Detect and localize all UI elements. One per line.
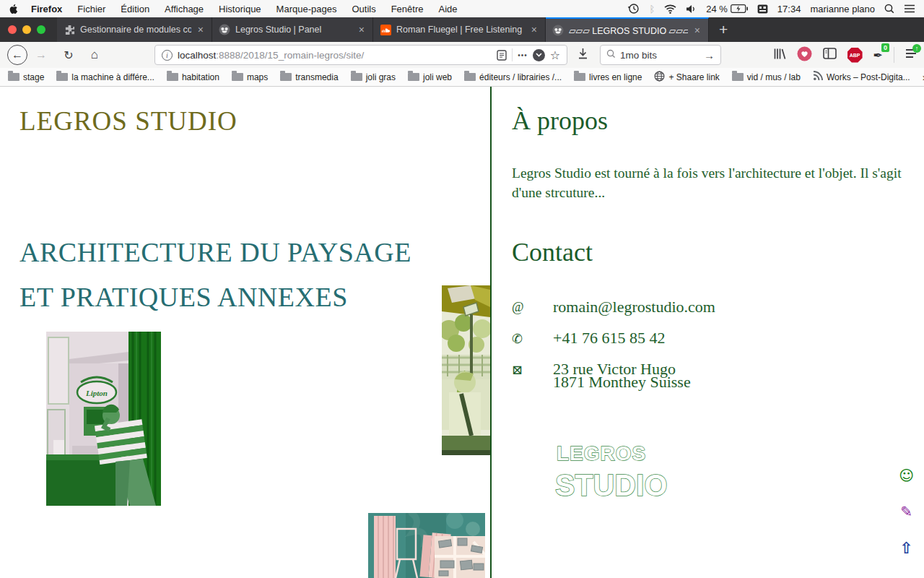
menu-firefox[interactable]: Firefox bbox=[31, 4, 62, 14]
url-bar[interactable]: i localhost:8888/2018/15_romain-legros/s… bbox=[154, 45, 567, 65]
tab-legros-panel[interactable]: Legros Studio | Panel × bbox=[212, 17, 373, 42]
bookmark-works-feed[interactable]: Works – Post-Digita... bbox=[813, 71, 910, 83]
reload-button[interactable]: ↻ bbox=[59, 48, 78, 62]
page-actions-icon[interactable]: ••• bbox=[518, 51, 528, 59]
tab-soundcloud[interactable]: Roman Fluegel | Free Listening × bbox=[373, 17, 546, 42]
bookmark-folder-maps[interactable]: maps bbox=[232, 72, 268, 82]
bookmark-shaare-link[interactable]: + Shaare link bbox=[654, 71, 719, 84]
tab-legros-studio-active[interactable]: ▱▱▱ LEGROS STUDIO ▱▱▱ × bbox=[546, 17, 709, 42]
bookmark-folder-vid-mus-lab[interactable]: vid / mus / lab bbox=[732, 72, 801, 82]
time-machine-icon[interactable] bbox=[628, 3, 640, 14]
tab-close-icon[interactable]: × bbox=[196, 24, 205, 35]
close-window-button[interactable] bbox=[8, 25, 17, 34]
forward-button[interactable]: → bbox=[32, 48, 51, 61]
reader-mode-icon[interactable] bbox=[497, 50, 507, 61]
legros-studio-logo: LEGROS STUDIO bbox=[555, 442, 674, 501]
menu-fichier[interactable]: Fichier bbox=[77, 4, 105, 14]
wifi-icon[interactable] bbox=[664, 4, 676, 14]
headline-line2: ET PRATIQUES ANNEXES bbox=[19, 275, 411, 319]
rss-icon bbox=[813, 71, 823, 83]
project-headline[interactable]: ARCHITECTURE DU PAYSAGE ET PRATIQUES ANN… bbox=[19, 230, 411, 319]
contact-email-row[interactable]: @ romain@legrostudio.com bbox=[512, 298, 715, 316]
bookmark-folder-editeurs[interactable]: éditeurs / librairies /... bbox=[464, 72, 562, 82]
battery-indicator[interactable]: 24 % bbox=[706, 4, 748, 14]
about-text: Legros Studio est tourné à la fois vers … bbox=[512, 163, 923, 202]
menubar-clock[interactable]: 17:34 bbox=[777, 4, 801, 14]
contact-email[interactable]: romain@legrostudio.com bbox=[553, 298, 715, 316]
at-icon: @ bbox=[512, 298, 553, 316]
logo-line1: LEGROS bbox=[557, 442, 646, 464]
search-input[interactable]: 1mo bits bbox=[620, 50, 699, 61]
minimize-window-button[interactable] bbox=[22, 25, 31, 34]
menubar-user[interactable]: marianne plano bbox=[810, 4, 875, 14]
bookmark-folder-transmedia[interactable]: transmedia bbox=[280, 72, 338, 82]
pen-addon-badge: 0 bbox=[881, 43, 889, 52]
update-available-badge: ↑ bbox=[912, 44, 921, 53]
tab-close-icon[interactable]: × bbox=[357, 24, 366, 35]
pencil-icon[interactable]: ✎ bbox=[899, 503, 914, 520]
contact-phone-row[interactable]: ✆ +41 76 615 85 42 bbox=[512, 329, 715, 348]
folder-icon bbox=[280, 73, 292, 81]
back-button[interactable]: ← bbox=[7, 45, 27, 65]
tab-addons-manager[interactable]: Gestionnaire de modules compl × bbox=[57, 17, 212, 42]
page-content: LEGROS STUDIO ARCHITECTURE DU PAYSAGE ET… bbox=[0, 87, 924, 578]
bookmark-folder-joli-gras[interactable]: joli gras bbox=[351, 72, 396, 82]
menu-historique[interactable]: Historique bbox=[219, 4, 261, 14]
bookmark-label: joli gras bbox=[366, 72, 396, 82]
bookmark-label: stage bbox=[23, 72, 44, 82]
input-source-icon[interactable] bbox=[757, 4, 768, 14]
bookmark-folder-machine[interactable]: la machine à différe... bbox=[56, 72, 154, 82]
menu-fenetre[interactable]: Fenêtre bbox=[391, 4, 424, 14]
navigation-toolbar: ← → ↻ ⌂ i localhost:8888/2018/15_romain-… bbox=[0, 42, 924, 68]
bookmark-star-icon[interactable]: ☆ bbox=[550, 48, 560, 62]
pocket-heart-icon[interactable] bbox=[797, 46, 812, 64]
notification-center-icon[interactable] bbox=[904, 4, 915, 13]
bookmark-folder-joli-web[interactable]: joli web bbox=[408, 72, 452, 82]
column-divider bbox=[490, 87, 492, 578]
url-path: :8888/2018/15_romain-legros/site/ bbox=[216, 50, 364, 61]
scroll-top-arrow-icon[interactable]: ⇧ bbox=[899, 539, 914, 557]
new-tab-button[interactable]: + bbox=[709, 17, 738, 42]
folder-icon bbox=[232, 73, 243, 81]
adblock-plus-icon[interactable]: ABP bbox=[847, 48, 863, 63]
smiley-icon[interactable]: ☺ bbox=[899, 467, 914, 484]
sidebar-toggle-icon[interactable] bbox=[823, 48, 837, 62]
tab-close-icon[interactable]: × bbox=[693, 25, 702, 36]
tab-title: ▱▱▱ LEGROS STUDIO ▱▱▱ bbox=[569, 25, 688, 36]
menu-aide[interactable]: Aide bbox=[438, 4, 457, 14]
bookmark-label: transmedia bbox=[295, 72, 338, 82]
contact-phone[interactable]: +41 76 615 85 42 bbox=[553, 329, 665, 348]
folder-icon bbox=[464, 73, 476, 81]
bookmark-folder-stage[interactable]: stage bbox=[8, 72, 44, 82]
pocket-save-icon[interactable] bbox=[533, 49, 545, 61]
apple-menu-icon[interactable] bbox=[9, 4, 18, 14]
pen-addon-icon[interactable]: ✒0 bbox=[873, 48, 883, 62]
bluetooth-icon[interactable]: ᛒ bbox=[649, 4, 655, 14]
home-button[interactable]: ⌂ bbox=[85, 48, 104, 62]
volume-icon[interactable] bbox=[686, 4, 697, 14]
bookmark-folder-livres[interactable]: livres en ligne bbox=[574, 72, 642, 82]
bookmark-label: éditeurs / librairies /... bbox=[479, 72, 562, 82]
tab-close-icon[interactable]: × bbox=[530, 24, 539, 35]
photo-girl-park bbox=[442, 285, 490, 455]
site-title[interactable]: LEGROS STUDIO bbox=[19, 105, 237, 137]
spotlight-search-icon[interactable] bbox=[884, 4, 894, 14]
search-go-icon[interactable]: → bbox=[704, 49, 715, 61]
downloads-button[interactable] bbox=[578, 48, 588, 62]
photo-studio-teal bbox=[368, 513, 485, 578]
library-icon[interactable] bbox=[773, 48, 786, 63]
folder-icon bbox=[574, 73, 585, 81]
menu-edition[interactable]: Édition bbox=[121, 4, 149, 14]
zoom-window-button[interactable] bbox=[37, 25, 45, 34]
menu-affichage[interactable]: Affichage bbox=[165, 4, 204, 14]
search-bar[interactable]: 1mo bits → bbox=[600, 45, 721, 65]
globe-icon bbox=[654, 71, 665, 84]
bookmark-label: maps bbox=[247, 72, 268, 82]
menu-marque-pages[interactable]: Marque-pages bbox=[276, 4, 337, 14]
folder-icon bbox=[167, 73, 178, 81]
contact-list: @ romain@legrostudio.com ✆ +41 76 615 85… bbox=[512, 298, 715, 392]
menu-outils[interactable]: Outils bbox=[352, 4, 375, 14]
firefox-menu-icon[interactable]: ↑ bbox=[905, 48, 917, 61]
bookmark-folder-habitation[interactable]: habitation bbox=[167, 72, 219, 82]
site-info-icon[interactable]: i bbox=[162, 50, 173, 61]
